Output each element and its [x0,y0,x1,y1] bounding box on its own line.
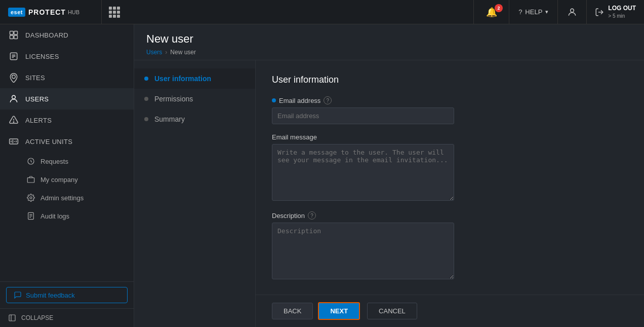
email-message-textarea[interactable] [272,144,454,201]
svg-rect-14 [10,139,18,144]
sidebar-label: LICENSES [25,53,59,60]
email-message-field-group: Email message [272,133,628,202]
help-icon: ? [518,8,522,16]
svg-point-0 [571,9,574,12]
wizard-step-label: Permissions [154,95,193,103]
email-message-label: Email message [272,133,628,141]
back-button[interactable]: BACK [272,303,313,319]
chevron-down-icon: ▾ [545,9,548,15]
breadcrumb: Users › New user [146,49,632,56]
page-title: New user [146,32,632,46]
logout-button[interactable]: LOG OUT > 5 min [586,0,644,24]
email-message-label-text: Email message [272,133,317,141]
topnav: eset PROTECT HUB 🔔 2 ? HELP ▾ LOG OUT > … [0,0,644,24]
content-area: New user Users › New user User informati… [134,24,644,327]
svg-rect-3 [14,31,18,35]
description-label: Description ? [272,211,628,220]
description-help-icon[interactable]: ? [308,211,316,220]
dashboard-icon [8,29,19,41]
svg-point-21 [30,197,32,199]
sidebar-item-licenses[interactable]: LICENSES [0,46,134,67]
sidebar-item-sites[interactable]: SITES [0,67,134,88]
svg-point-10 [12,75,16,79]
breadcrumb-parent[interactable]: Users [146,49,162,56]
wizard-nav: User information Permissions Summary [134,60,256,327]
help-button[interactable]: ? HELP ▾ [509,0,557,24]
sidebar-sub-item-audit-logs[interactable]: Audit logs [0,207,134,225]
sidebar-item-alerts[interactable]: ALERTS [0,110,134,131]
main-layout: DASHBOARD LICENSES SITES USERS [0,24,644,327]
wizard-step-permissions[interactable]: Permissions [134,89,255,109]
sidebar-collapse-button[interactable]: COLLAPSE [0,308,134,327]
logo-badge: eset [8,8,25,17]
svg-rect-20 [27,178,34,183]
grid-menu-button[interactable] [101,0,127,24]
submit-feedback-label: Submit feedback [26,292,75,299]
sites-icon [8,72,19,83]
logout-label: LOG OUT [608,5,636,13]
form-actions: BACK NEXT CANCEL [256,295,644,327]
sidebar-label: USERS [25,95,49,103]
audit-logs-icon [26,211,35,221]
logo: eset PROTECT HUB [0,0,101,24]
email-label-text: Email address [279,97,320,104]
sidebar-sub-item-my-company[interactable]: My company [0,170,134,189]
submit-feedback-button[interactable]: Submit feedback [6,287,128,303]
help-label: HELP [525,8,542,16]
form-panel-title: User information [272,75,628,85]
collapse-label: COLLAPSE [21,314,53,321]
alerts-icon [8,115,19,126]
feedback-icon [14,291,22,299]
sidebar-sub-item-requests[interactable]: Requests [0,152,134,170]
user-icon [567,7,577,17]
sidebar: DASHBOARD LICENSES SITES USERS [0,24,134,327]
logo-text: PROTECT [28,8,66,16]
wizard-step-dot [144,97,148,101]
logo-sub: HUB [68,9,79,15]
wizard-step-summary[interactable]: Summary [134,109,255,129]
required-indicator [272,98,276,102]
sidebar-sub-label: Admin settings [41,194,84,202]
notifications-button[interactable]: 🔔 2 [473,0,509,24]
users-icon [8,93,19,104]
description-field-group: Description ? [272,211,628,281]
active-units-icon [8,136,19,147]
sidebar-label: SITES [25,74,45,82]
email-help-icon[interactable]: ? [324,96,332,104]
wizard-step-user-information[interactable]: User information [134,68,255,89]
description-textarea[interactable] [272,223,454,279]
sidebar-sub-label: My company [41,176,78,184]
email-input[interactable] [272,107,454,124]
wizard-step-dot [144,77,148,81]
user-profile-button[interactable] [557,0,586,24]
wizard-step-label: Summary [154,115,185,123]
sidebar-nav: DASHBOARD LICENSES SITES USERS [0,24,134,281]
wizard-step-label: User information [154,75,211,83]
sidebar-item-users[interactable]: USERS [0,88,134,110]
svg-rect-4 [10,35,14,39]
my-company-icon [26,175,35,184]
licenses-icon [8,51,19,62]
wizard-step-dot [144,117,148,121]
sidebar-item-dashboard[interactable]: DASHBOARD [0,24,134,46]
notification-count: 2 [495,4,503,12]
next-button[interactable]: NEXT [318,302,360,320]
page-header: New user Users › New user [134,24,644,60]
requests-icon [26,157,35,166]
sidebar-label: DASHBOARD [25,31,68,39]
content-body: User information Permissions Summary Use… [134,60,644,327]
breadcrumb-current: New user [170,49,196,56]
sidebar-item-active-units[interactable]: ACTIVE UNITS [0,131,134,152]
sidebar-label: ACTIVE UNITS [25,138,72,146]
svg-rect-5 [14,35,18,39]
form-panel: User information Email address ? Email m… [256,60,644,295]
sidebar-label: ALERTS [25,117,52,124]
description-label-text: Description [272,212,305,220]
sidebar-sub-label: Requests [41,158,68,165]
svg-point-11 [12,95,16,99]
grid-icon [109,7,120,18]
sidebar-sub-item-admin-settings[interactable]: Admin settings [0,189,134,207]
svg-rect-26 [9,315,15,321]
collapse-icon [8,314,16,322]
cancel-button[interactable]: CANCEL [367,303,417,319]
